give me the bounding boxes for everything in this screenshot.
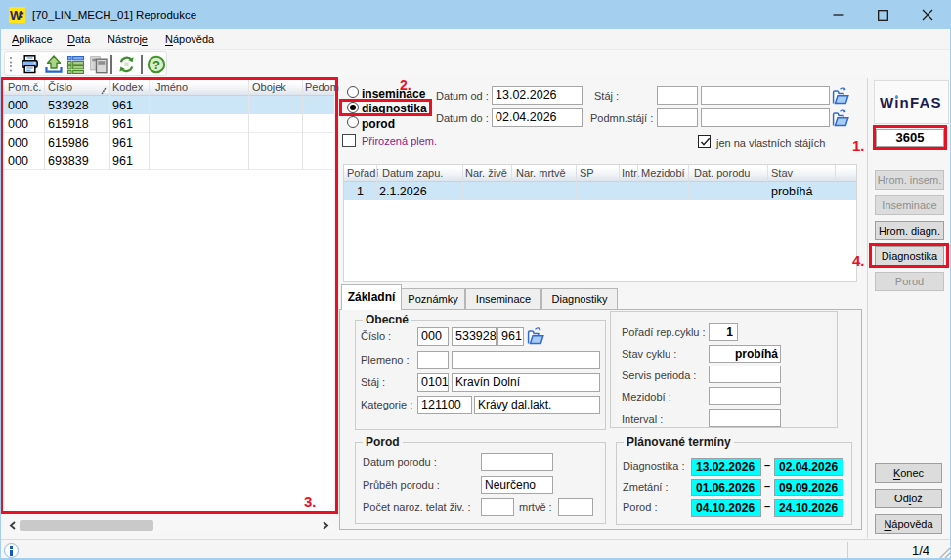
svg-text:?: ? [152, 58, 160, 72]
svg-text:W: W [10, 8, 22, 22]
